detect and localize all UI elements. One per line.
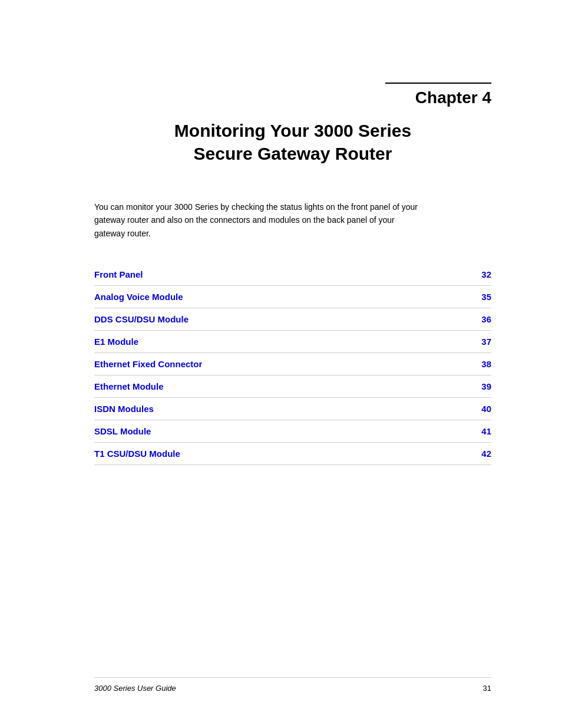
chapter-rule [385, 83, 491, 84]
footer: 3000 Series User Guide 31 [94, 677, 491, 693]
toc-row: T1 CSU/DSU Module42 [94, 443, 491, 465]
chapter-label: Chapter 4 [94, 88, 491, 107]
toc-page-number: 32 [458, 263, 491, 286]
chapter-title: Monitoring Your 3000 Series Secure Gatew… [94, 119, 491, 165]
toc-row: Analog Voice Module35 [94, 286, 491, 308]
toc-page-number: 37 [458, 331, 491, 353]
toc-link-dds-csu/dsu-module[interactable]: DDS CSU/DSU Module [94, 314, 189, 324]
footer-title: 3000 Series User Guide [94, 684, 176, 693]
toc-link-front-panel[interactable]: Front Panel [94, 269, 143, 279]
toc-link-t1-csu/dsu-module[interactable]: T1 CSU/DSU Module [94, 449, 180, 459]
toc-row: E1 Module37 [94, 331, 491, 353]
toc-row: Front Panel32 [94, 263, 491, 286]
toc-link-analog-voice-module[interactable]: Analog Voice Module [94, 292, 183, 302]
toc-page-number: 39 [458, 375, 491, 398]
toc-link-e1-module[interactable]: E1 Module [94, 337, 138, 347]
toc-page-number: 41 [458, 420, 491, 443]
toc-page-number: 35 [458, 286, 491, 308]
toc-link-sdsl-module[interactable]: SDSL Module [94, 426, 151, 436]
toc-page-number: 40 [458, 398, 491, 420]
toc-row: DDS CSU/DSU Module36 [94, 308, 491, 331]
toc-table: Front Panel32Analog Voice Module35DDS CS… [94, 263, 491, 465]
page: Chapter 4 Monitoring Your 3000 Series Se… [0, 0, 562, 728]
toc-page-number: 38 [458, 353, 491, 375]
chapter-header: Chapter 4 [94, 83, 491, 107]
toc-link-ethernet-module[interactable]: Ethernet Module [94, 381, 164, 391]
toc-link-isdn-modules[interactable]: ISDN Modules [94, 404, 154, 414]
footer-page: 31 [483, 684, 491, 693]
toc-row: Ethernet Fixed Connector38 [94, 353, 491, 375]
toc-row: SDSL Module41 [94, 420, 491, 443]
toc-row: Ethernet Module39 [94, 375, 491, 398]
toc-page-number: 36 [458, 308, 491, 331]
toc-row: ISDN Modules40 [94, 398, 491, 420]
toc-link-ethernet-fixed-connector[interactable]: Ethernet Fixed Connector [94, 359, 202, 369]
intro-text: You can monitor your 3000 Series by chec… [94, 200, 424, 240]
toc-page-number: 42 [458, 443, 491, 465]
